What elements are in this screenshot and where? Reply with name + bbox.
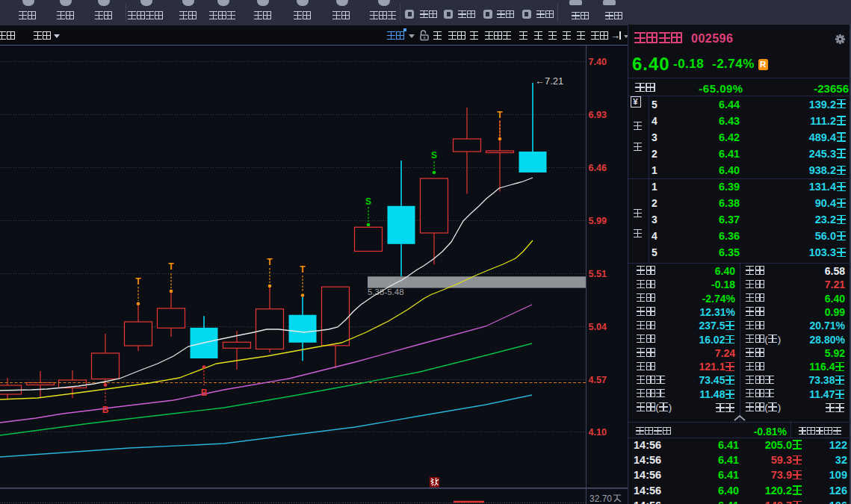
svg-text:S: S — [365, 196, 371, 207]
svg-text:T: T — [497, 110, 503, 120]
svg-text:5.51: 5.51 — [589, 269, 607, 279]
svg-text:5.04: 5.04 — [589, 322, 607, 332]
svg-text:6.46: 6.46 — [589, 163, 607, 173]
svg-text:B: B — [201, 388, 208, 398]
svg-text:5.99: 5.99 — [589, 216, 607, 226]
svg-text:T: T — [168, 261, 174, 272]
svg-text:32.70: 32.70 — [589, 494, 612, 504]
svg-text:T: T — [300, 264, 306, 275]
svg-text:T: T — [267, 257, 273, 267]
svg-text:T: T — [135, 276, 141, 287]
svg-text:←7.21: ←7.21 — [535, 75, 563, 87]
svg-text:B: B — [102, 405, 109, 415]
svg-text:S: S — [431, 150, 437, 161]
svg-text:4.57: 4.57 — [589, 375, 607, 385]
svg-text:4.10: 4.10 — [589, 427, 607, 438]
svg-text:6.93: 6.93 — [589, 110, 607, 120]
svg-text:7.40: 7.40 — [589, 57, 607, 67]
